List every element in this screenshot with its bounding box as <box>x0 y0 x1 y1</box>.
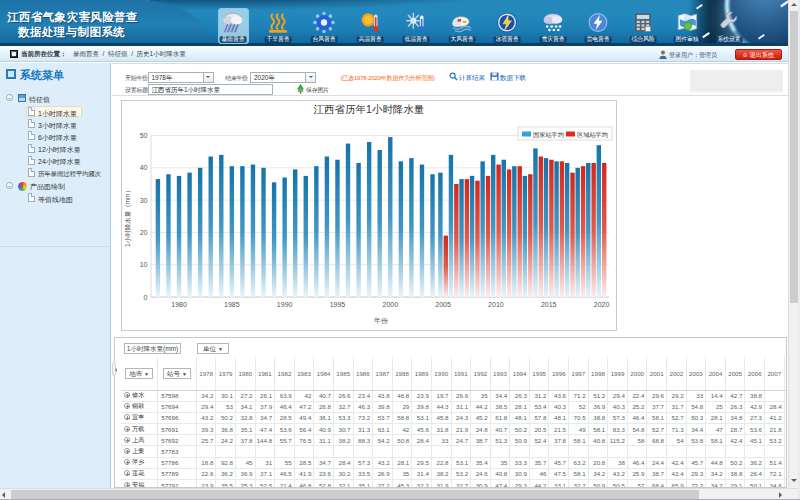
svg-text:1小时降水量（mm）: 1小时降水量（mm） <box>124 187 132 247</box>
svg-text:2000: 2000 <box>382 301 398 308</box>
svg-text:20: 20 <box>140 229 148 236</box>
svg-text:2010: 2010 <box>488 301 504 308</box>
svg-text:50: 50 <box>140 132 148 139</box>
svg-text:2020: 2020 <box>594 301 610 308</box>
svg-text:区域站平均: 区域站平均 <box>577 131 608 139</box>
svg-text:10: 10 <box>140 261 148 268</box>
svg-text:40: 40 <box>140 164 148 171</box>
svg-text:1985: 1985 <box>224 301 240 308</box>
svg-text:1990: 1990 <box>277 301 293 308</box>
svg-text:2015: 2015 <box>541 301 557 308</box>
svg-text:国家站平均: 国家站平均 <box>533 131 564 139</box>
svg-text:1995: 1995 <box>330 301 346 308</box>
svg-text:0: 0 <box>144 294 148 301</box>
svg-text:江西省历年1小时降水量: 江西省历年1小时降水量 <box>314 103 425 115</box>
svg-text:年份: 年份 <box>374 317 389 325</box>
svg-text:2005: 2005 <box>435 301 451 308</box>
svg-text:1980: 1980 <box>171 301 187 308</box>
svg-text:30: 30 <box>140 197 148 204</box>
